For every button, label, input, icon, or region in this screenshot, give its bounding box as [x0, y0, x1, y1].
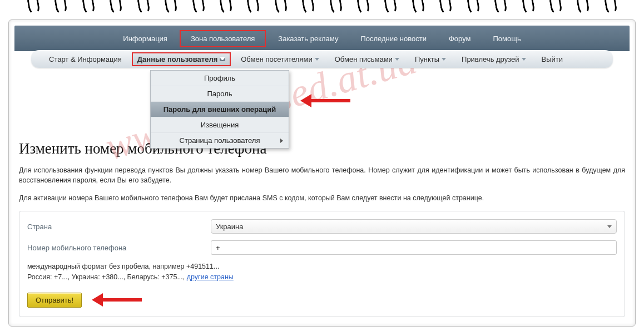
chevron-right-icon	[280, 139, 283, 143]
phone-label: Номер мобильного телефона	[27, 244, 211, 252]
topnav-info[interactable]: Информация	[113, 30, 177, 47]
subnav-label: Обмен письмами	[335, 55, 393, 63]
form-box: Страна Украина Номер мобильного телефона…	[19, 211, 625, 317]
chevron-down-icon	[607, 225, 612, 228]
intro-text-1: Для использования функции перевода пункт…	[19, 165, 625, 185]
top-nav: Информация Зона пользователя Заказать ре…	[14, 26, 630, 51]
dropdown-external-password[interactable]: Пароль для внешних операций	[151, 101, 289, 117]
arrow-annotation-icon	[92, 295, 142, 305]
submit-button[interactable]: Отправить!	[27, 293, 82, 308]
country-label: Страна	[27, 223, 211, 231]
dropdown-password[interactable]: Пароль	[151, 86, 289, 101]
subnav-label: Привлечь друзей	[462, 55, 519, 63]
sub-nav: Старт & Информация Данные пользователя О…	[31, 50, 613, 68]
dropdown-label: Страница пользователя	[180, 136, 260, 145]
caret-down-icon	[442, 58, 446, 61]
hint-line1: международный формат без пробела, наприм…	[27, 263, 219, 270]
user-data-dropdown: Профиль Пароль Пароль для внешних операц…	[150, 70, 289, 149]
subnav-invite-friends[interactable]: Привлечь друзей	[456, 52, 531, 66]
caret-down-icon	[220, 57, 225, 61]
subnav-mail-exchange[interactable]: Обмен письмами	[329, 52, 405, 66]
country-select[interactable]: Украина	[211, 219, 617, 234]
topnav-news[interactable]: Последние новости	[350, 30, 437, 47]
caret-down-icon	[395, 58, 399, 61]
subnav-label: Обмен посетителями	[241, 55, 312, 63]
dropdown-profile[interactable]: Профиль	[151, 71, 289, 86]
topnav-forum[interactable]: Форум	[439, 30, 481, 47]
caret-down-icon	[315, 58, 319, 61]
page-frame: Информация Зона пользователя Заказать ре…	[8, 19, 636, 327]
subnav-user-data[interactable]: Данные пользователя	[132, 52, 231, 66]
subnav-points[interactable]: Пункты	[409, 52, 452, 66]
subnav-label: Выйти	[542, 55, 563, 63]
arrow-annotation-icon	[300, 96, 350, 106]
subnav-label: Данные пользователя	[137, 55, 217, 63]
subnav-logout[interactable]: Выйти	[536, 52, 569, 66]
dropdown-user-page[interactable]: Страница пользователя	[151, 132, 289, 148]
phone-input[interactable]	[211, 240, 617, 255]
dropdown-notifications[interactable]: Извещения	[151, 117, 289, 132]
subnav-visitor-exchange[interactable]: Обмен посетителями	[235, 52, 324, 66]
subnav-label: Пункты	[415, 55, 439, 63]
other-countries-link[interactable]: другие страны	[187, 273, 234, 281]
country-value: Украина	[216, 223, 244, 231]
intro-text-2: Для активации номера Вашего мобильного т…	[19, 193, 625, 203]
spiral-binding	[0, 0, 644, 14]
hint-line2: Россия: +7..., Украина: +380..., Беларус…	[27, 273, 187, 281]
topnav-help[interactable]: Помощь	[483, 30, 531, 47]
topnav-order-ad[interactable]: Заказать рекламу	[268, 30, 348, 47]
page-title: Изменить номер мобильного телефона	[19, 140, 625, 157]
topnav-user-zone[interactable]: Зона пользователя	[180, 30, 266, 47]
subnav-label: Старт & Информация	[49, 55, 122, 63]
format-hint: международный формат без пробела, наприм…	[27, 261, 617, 283]
caret-down-icon	[522, 58, 526, 61]
subnav-start-info[interactable]: Старт & Информация	[43, 52, 127, 66]
